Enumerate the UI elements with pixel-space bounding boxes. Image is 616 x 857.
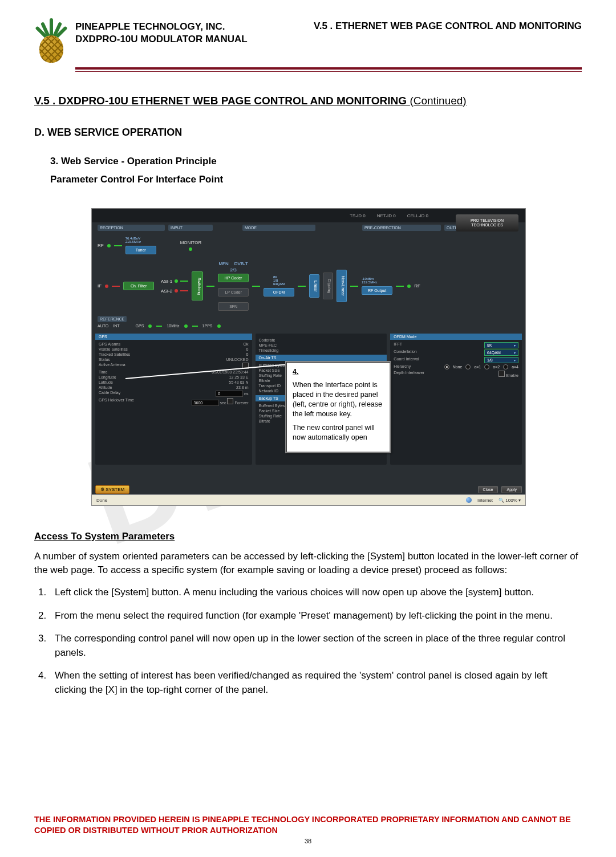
ss-gps-cdly-v[interactable]: 0	[216, 391, 243, 397]
ss-gps-cdly-u: ns	[244, 392, 248, 396]
ss-status-done: Done	[96, 498, 107, 503]
ss-status-internet: Internet	[477, 498, 493, 503]
ss-mid-stuf: Stuffing Rate	[259, 373, 282, 377]
ss-mid-stuf2: Stuffing Rate	[259, 414, 282, 418]
ss-ref-1pps: 1PPS	[202, 324, 213, 328]
callout-p1: When the Interface point is placed in th…	[293, 380, 384, 419]
header-divider	[75, 67, 582, 72]
ss-ref-gps: GPS	[136, 324, 144, 328]
ss-ofdm-title: OFDM Mode	[390, 334, 522, 340]
ss-asi1-label: ASI-1	[161, 279, 172, 284]
page-footer: THE INFORMATION PROVIDED HEREIN IS PINEA…	[34, 814, 582, 844]
ss-ofdm-deep-v: Enable	[506, 373, 518, 377]
ss-gps-alt-l: Altitude	[99, 385, 112, 389]
ss-gps-vis-v: 0	[246, 347, 249, 351]
ss-gps-hold-u: sec	[220, 401, 226, 405]
section-title-text: V.5 . DXDPRO-10U ETHERNET WEB PAGE CONTR…	[34, 95, 407, 107]
ss-hpcoder-block[interactable]: HP Coder	[218, 274, 249, 282]
ss-switching-block[interactable]: Switching	[192, 271, 203, 301]
ss-sec-precorr: PRE-CORRECTION	[362, 225, 441, 231]
ss-tuner-mhz: 219.5MHz	[125, 240, 156, 243]
ss-gps-lat-l: Latitude	[99, 380, 113, 384]
ss-gps-lat-v: 55 43 03 N	[229, 380, 248, 384]
ss-ofdm-const-select[interactable]: 64QAM▾	[484, 350, 518, 356]
ss-ofdm-panel: OFDM Mode IFFT8K▾ Constellation64QAM▾ Gu…	[390, 334, 522, 465]
ss-gps-alarms-v: Ok	[244, 342, 249, 346]
page-header: PINEAPPLE TECHNOLOGY, INC. DXDPRO-10U MO…	[34, 17, 582, 63]
access-step-2: From the menu select the required functi…	[49, 609, 582, 623]
ss-mid-buf2: Buffered Bytes	[259, 404, 285, 408]
ss-ofdm-hier-opts[interactable]: None a=1 a=2 a=4	[444, 364, 518, 369]
ss-mid-coderate: Coderate	[259, 338, 275, 342]
ss-mid-netid: Network ID	[259, 389, 279, 393]
ss-sec-mode: MODE	[242, 225, 315, 231]
ss-mid-bitr: Bitrate	[259, 379, 270, 383]
ss-ref-int: INT	[113, 324, 119, 328]
ss-gps-trk-v: 0	[246, 352, 249, 356]
ss-clipping-block: Clipping	[323, 273, 333, 299]
ss-gps-alt-v: 23.8	[236, 385, 244, 389]
ss-gps-hold-v[interactable]: 3600	[192, 400, 219, 406]
callout-box: 4. When the Interface point is placed in…	[285, 361, 391, 453]
ss-ofdm-block[interactable]: OFDM	[264, 288, 294, 297]
ss-ofdm-guard-l: Guard Interval	[394, 357, 419, 363]
ss-cell-id: CELL-ID 0	[407, 213, 428, 218]
ss-lpcoder-block: LP Coder	[218, 288, 249, 297]
ss-gps-alt-u: m	[245, 385, 249, 389]
ss-ofdm-hier-l: Hierarchy	[394, 364, 411, 369]
ss-tuner-block[interactable]: Tuner	[125, 246, 156, 254]
ss-ofdm-deep-check[interactable]	[499, 371, 505, 377]
ss-linear-block[interactable]: Linear	[309, 274, 319, 298]
ss-rf-out-label: RF	[414, 283, 420, 289]
ss-rf-in-label: RF	[98, 243, 104, 248]
section-continued: (Continued)	[410, 95, 466, 107]
ss-gps-vis-l: Visible Satellites	[99, 347, 128, 351]
company-name: PINEAPPLE TECHNOLOGY, INC.	[75, 21, 248, 33]
access-step-3: The corresponding control panel will now…	[49, 632, 582, 660]
callout-number: 4.	[293, 367, 384, 377]
manual-name: DXDPRO-10U MODULATOR MANUAL	[75, 33, 248, 46]
ss-mid-pkt: Packet Size	[259, 368, 280, 372]
ss-asi2-label: ASI-2	[161, 289, 172, 294]
ss-ref-auto: AUTO	[98, 324, 108, 328]
ss-gps-forever-check[interactable]	[227, 398, 233, 404]
ss-mode-dvbt: DVB-T	[234, 261, 248, 266]
ss-system-button[interactable]: ⚙ SYSTEM	[95, 485, 129, 494]
ss-mid-pkt2: Packet Size	[259, 409, 280, 413]
ss-hp-rate: 2/3	[230, 267, 237, 273]
ss-gps-ant-l: Active Antenna	[99, 363, 125, 369]
ss-monitor-label: MONITOR	[180, 240, 202, 245]
ss-ofdm-ifft-select[interactable]: 8K▾	[484, 342, 518, 348]
ss-mid-timeslice: Timeslicing	[259, 348, 279, 352]
access-heading: Access To System Parameters	[34, 530, 582, 544]
ss-ofdm-guard-select[interactable]: 1/8▾	[484, 357, 518, 363]
ss-sec-input: INPUT	[168, 225, 213, 231]
ss-browser-status-bar: Done Internet 🔍 100% ▾	[92, 494, 525, 505]
ss-chfilter-block[interactable]: Ch. Filter	[123, 282, 154, 290]
ss-gps-title: GPS	[95, 334, 252, 340]
ss-ofdm-qam: 64QAM	[273, 282, 285, 286]
ss-gps-lon-l: Longitude	[99, 375, 116, 379]
access-intro: A number of system oriented parameters c…	[34, 550, 582, 578]
ss-gps-hold-l: GPS Holdover Time	[99, 398, 134, 406]
ss-gps-panel: GPS GPS AlarmsOk Visible Satellites0 Tra…	[95, 334, 252, 465]
access-step-1: Left click the [System] button. A menu i…	[49, 586, 582, 600]
embedded-screenshot: TS-ID 0 NET-ID 0 CELL-ID 0 PRO TELEVISIO…	[91, 208, 525, 506]
ss-gps-lon-v: 12 25 33 E	[229, 375, 249, 379]
ss-mode-mfn: MFN	[218, 261, 228, 266]
ss-close-button[interactable]: Close	[478, 486, 499, 493]
ss-mid-onair: On-Air TS	[256, 355, 387, 361]
ss-mid-mpefec: MPE-FEC	[259, 343, 277, 347]
ss-gps-alarms-l: GPS Alarms	[99, 342, 120, 346]
ss-ofdm-ifft-l: IFFT	[394, 342, 402, 348]
pineapple-logo-icon	[34, 17, 68, 63]
ss-mid-tid: Transport ID	[259, 384, 281, 388]
ss-gps-cdly-l: Cable Delay	[99, 391, 120, 397]
ss-status-zoom: 100%	[505, 498, 517, 503]
ss-rfoutput-block[interactable]: RF Output	[362, 286, 392, 295]
footer-proprietary: THE INFORMATION PROVIDED HEREIN IS PINEA…	[34, 814, 582, 836]
ss-sec-reference: REFERENCE	[98, 316, 127, 322]
ss-nonlinear-block[interactable]: Non-Linear	[337, 270, 347, 302]
ss-apply-button[interactable]: Apply	[501, 486, 522, 493]
heading-param: Parameter Control For Interface Point	[50, 174, 582, 185]
